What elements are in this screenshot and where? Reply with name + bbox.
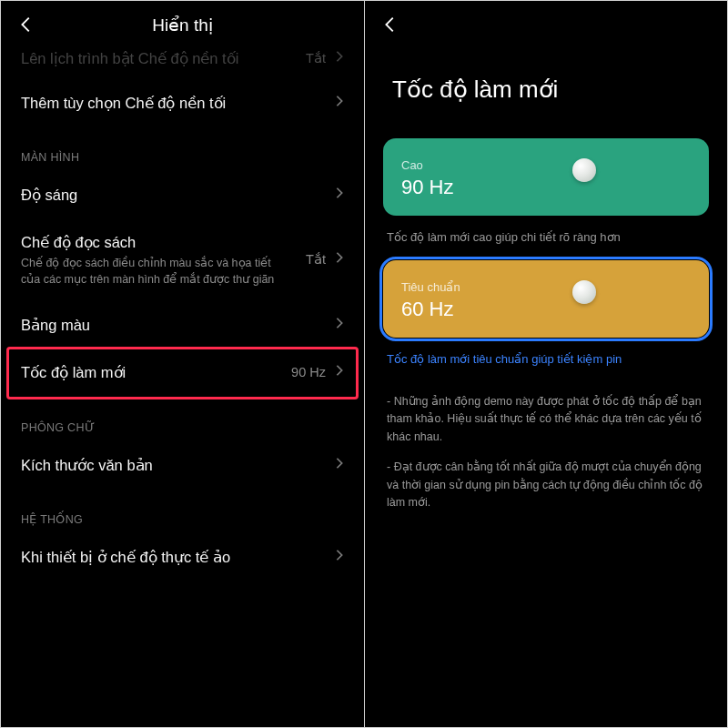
back-button[interactable] [372,6,409,43]
row-title: Chế độ đọc sách [21,232,306,252]
section-label-font: PHÔNG CHỮ [1,397,364,441]
option-hz: 60 Hz [401,298,691,321]
chevron-right-icon [335,549,344,565]
header-title: Hiển thị [8,15,357,35]
row-color-palette[interactable]: Bảng màu [1,301,364,349]
header: Hiển thị [1,1,364,48]
row-brightness[interactable]: Độ sáng [1,171,364,218]
option-label: Tiêu chuẩn [401,280,691,294]
row-value: Tắt [306,51,326,66]
refresh-rate-screen: Tốc độ làm mới Cao 90 Hz Tốc độ làm mới … [364,0,728,728]
row-title: Kích thước văn bản [21,455,335,475]
row-text-size[interactable]: Kích thước văn bản [1,441,364,489]
note-line: - Đạt được cân bằng tốt nhất giữa độ mượ… [387,459,705,511]
chevron-right-icon [335,187,344,203]
row-title: Khi thiết bị ở chế độ thực tế ảo [21,547,335,567]
row-refresh-rate[interactable]: Tốc độ làm mới 90 Hz [1,349,364,396]
row-title: Thêm tùy chọn Chế độ nền tối [21,93,335,113]
row-value: Tắt [306,252,326,267]
row-title: Tốc độ làm mới [21,362,291,382]
demo-ball-icon [572,158,596,182]
arrow-left-icon [380,15,400,35]
chevron-right-icon [335,457,344,473]
row-dark-mode-schedule[interactable]: Lên lịch trình bật Chế độ nền tối Tắt [1,48,364,79]
header [365,1,727,48]
row-reading-mode[interactable]: Chế độ đọc sách Chế độ đọc sách điều chỉ… [1,218,364,301]
row-title: Bảng màu [21,315,335,335]
option-label: Cao [401,158,691,172]
chevron-right-icon [335,95,344,111]
footnotes: - Những ảnh động demo này được phát ở tố… [365,368,727,511]
row-value: 90 Hz [291,365,326,379]
chevron-right-icon [335,364,344,380]
refresh-option-high[interactable]: Cao 90 Hz [383,138,709,216]
refresh-option-standard[interactable]: Tiêu chuẩn 60 Hz [383,260,709,338]
chevron-right-icon [335,50,344,66]
chevron-right-icon [335,317,344,333]
note-line: - Những ảnh động demo này được phát ở tố… [387,393,705,446]
demo-ball-icon [572,280,596,304]
display-settings-screen: Hiển thị Lên lịch trình bật Chế độ nền t… [0,0,364,728]
section-label-system: HỆ THỐNG [1,489,364,533]
row-title: Lên lịch trình bật Chế độ nền tối [21,48,306,68]
row-subtitle: Chế độ đọc sách điều chỉnh màu sắc và họ… [21,256,276,288]
row-more-dark-options[interactable]: Thêm tùy chọn Chế độ nền tối [1,79,364,126]
section-label-screen: MÀN HÌNH [1,127,364,171]
row-title: Độ sáng [21,185,335,205]
row-vr-mode[interactable]: Khi thiết bị ở chế độ thực tế ảo [1,533,364,581]
option-hz: 90 Hz [401,176,691,199]
option-high-caption: Tốc độ làm mới cao giúp chi tiết rõ ràng… [365,221,727,246]
page-title: Tốc độ làm mới [365,48,727,124]
option-standard-caption: Tốc độ làm mới tiêu chuẩn giúp tiết kiệm… [365,343,727,368]
chevron-right-icon [335,251,344,268]
